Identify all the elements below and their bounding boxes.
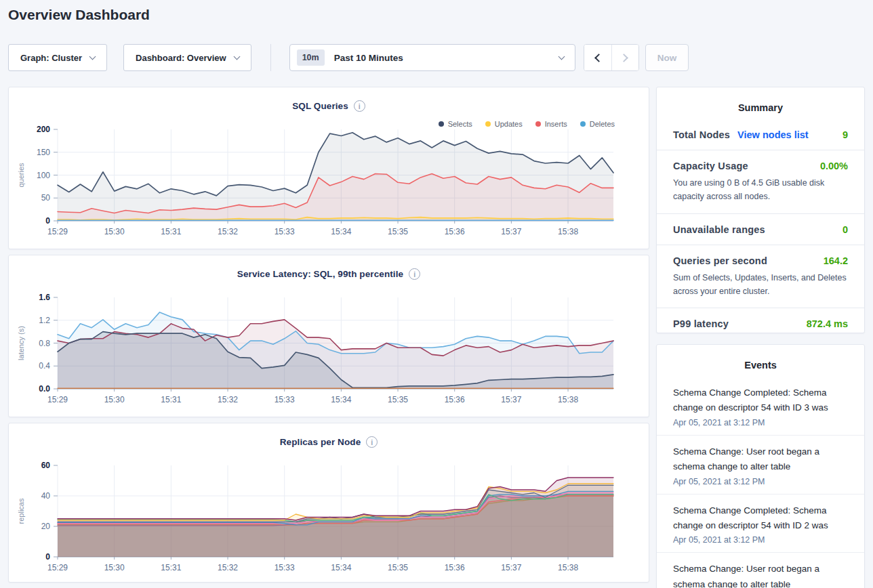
event-timestamp: Apr 05, 2021 at 3:12 PM: [673, 477, 848, 486]
svg-text:latency (s): latency (s): [17, 326, 25, 360]
summary-row-total-nodes: Total Nodes View nodes list 9: [657, 119, 864, 150]
dashboard-dropdown[interactable]: Dashboard: Overview: [123, 44, 251, 71]
svg-text:15:30: 15:30: [104, 227, 125, 236]
graph-dropdown[interactable]: Graph: Cluster: [8, 44, 107, 71]
legend-item-updates[interactable]: Updates: [485, 120, 523, 128]
legend-dot: [439, 121, 444, 127]
svg-text:0: 0: [45, 552, 50, 562]
summary-row-capacity: Capacity Usage 0.00% You are using 0 B o…: [657, 150, 864, 214]
svg-text:100: 100: [37, 171, 50, 180]
event-text: Schema Change Completed: Schema change o…: [673, 385, 848, 416]
summary-panel: Summary Total Nodes View nodes list 9 Ca…: [656, 87, 865, 333]
event-item[interactable]: Schema Change Completed: Schema change o…: [657, 377, 864, 435]
event-item[interactable]: Schema Change: User root began a schema …: [657, 552, 864, 588]
legend-item-selects[interactable]: Selects: [439, 120, 472, 128]
chart-title: SQL Queries: [292, 101, 348, 111]
legend-label: Updates: [495, 120, 523, 128]
event-timestamp: Apr 05, 2021 at 3:12 PM: [673, 535, 848, 545]
svg-text:0.0: 0.0: [39, 384, 50, 394]
event-text: Schema Change: User root began a schema …: [673, 562, 848, 588]
capacity-usage-description: You are using 0 B of 4.5 GiB usable disk…: [673, 176, 848, 204]
svg-text:15:34: 15:34: [331, 563, 351, 572]
legend-label: Selects: [448, 120, 472, 128]
chevron-down-icon: [89, 53, 96, 60]
now-button[interactable]: Now: [645, 44, 689, 71]
time-step-buttons: [584, 44, 639, 71]
dashboard-dropdown-label: Dashboard: Overview: [136, 53, 226, 63]
chart-panel-service-latency: Service Latency: SQL, 99th percentile i …: [8, 255, 649, 417]
svg-text:15:36: 15:36: [445, 227, 465, 236]
view-nodes-list-link[interactable]: View nodes list: [737, 129, 809, 140]
svg-text:15:36: 15:36: [445, 395, 465, 404]
svg-text:replicas: replicas: [17, 498, 25, 524]
qps-description: Sum of Selects, Updates, Inserts, and De…: [673, 271, 848, 299]
svg-text:15:29: 15:29: [47, 227, 68, 236]
svg-text:15:33: 15:33: [275, 227, 295, 236]
svg-text:15:31: 15:31: [161, 395, 181, 404]
unavailable-ranges-label: Unavailable ranges: [673, 224, 765, 235]
time-range-dropdown[interactable]: 10m Past 10 Minutes: [289, 44, 575, 71]
event-timestamp: Apr 05, 2021 at 3:12 PM: [673, 418, 848, 427]
svg-text:50: 50: [41, 193, 51, 203]
time-back-button[interactable]: [584, 45, 611, 70]
summary-row-p99: P99 latency 872.4 ms: [657, 308, 864, 339]
chart-header: Replicas per Node i: [9, 423, 649, 449]
legend-dot: [485, 121, 491, 127]
chevron-right-icon: [620, 54, 628, 62]
summary-row-unavailable-ranges: Unavailable ranges 0: [657, 214, 864, 245]
events-title: Events: [657, 345, 864, 377]
svg-text:40: 40: [41, 491, 51, 501]
time-forward-button[interactable]: [611, 45, 638, 70]
info-icon[interactable]: i: [366, 436, 378, 448]
legend-label: Deletes: [590, 120, 615, 128]
charts-column: SQL Queries i SelectsUpdatesInsertsDelet…: [8, 87, 649, 588]
replicas-per-node-chart[interactable]: 15:2915:3015:3115:3215:3315:3415:3515:36…: [9, 450, 649, 578]
svg-text:15:34: 15:34: [331, 395, 351, 404]
legend-item-inserts[interactable]: Inserts: [535, 120, 567, 128]
chevron-left-icon: [594, 54, 603, 62]
chart-panel-sql-queries: SQL Queries i SelectsUpdatesInsertsDelet…: [8, 87, 649, 249]
info-icon[interactable]: i: [409, 268, 420, 280]
svg-text:0.8: 0.8: [39, 339, 50, 348]
event-item[interactable]: Schema Change Completed: Schema change o…: [657, 494, 864, 553]
svg-text:15:35: 15:35: [388, 395, 408, 404]
svg-text:15:36: 15:36: [445, 563, 465, 572]
time-range-badge: 10m: [297, 49, 325, 66]
p99-latency-value: 872.4 ms: [807, 318, 848, 329]
svg-text:15:37: 15:37: [501, 563, 521, 572]
svg-text:15:32: 15:32: [218, 395, 238, 404]
sidebar: Summary Total Nodes View nodes list 9 Ca…: [656, 87, 865, 588]
toolbar: Graph: Cluster Dashboard: Overview 10m P…: [8, 44, 689, 71]
service-latency-chart[interactable]: 15:2915:3015:3115:3215:3315:3415:3515:36…: [9, 282, 649, 410]
chart-header: SQL Queries i: [9, 87, 649, 113]
unavailable-ranges-value: 0: [842, 224, 848, 235]
chart-panel-replicas-per-node: Replicas per Node i 15:2915:3015:3115:32…: [8, 423, 649, 583]
sql-queries-chart[interactable]: 15:2915:3015:3115:3215:3315:3415:3515:36…: [9, 114, 649, 242]
event-item[interactable]: Schema Change: User root began a schema …: [657, 435, 864, 494]
chart-title: Replicas per Node: [280, 437, 361, 447]
svg-text:15:31: 15:31: [161, 563, 181, 572]
capacity-usage-label: Capacity Usage: [673, 161, 748, 171]
summary-row-qps: Queries per second 164.2 Sum of Selects,…: [657, 245, 864, 309]
legend-label: Inserts: [545, 120, 567, 128]
svg-text:15:32: 15:32: [218, 563, 238, 572]
total-nodes-value: 9: [842, 129, 848, 140]
svg-text:15:31: 15:31: [161, 227, 181, 236]
legend-item-deletes[interactable]: Deletes: [580, 120, 615, 128]
svg-text:60: 60: [41, 461, 51, 470]
summary-title: Summary: [657, 87, 864, 119]
info-icon[interactable]: i: [354, 100, 365, 112]
page-title: Overview Dashboard: [8, 7, 150, 23]
svg-text:15:37: 15:37: [501, 227, 521, 236]
chart-header: Service Latency: SQL, 99th percentile i: [9, 255, 649, 281]
qps-label: Queries per second: [673, 255, 767, 266]
event-text: Schema Change: User root began a schema …: [673, 444, 848, 475]
svg-text:1.2: 1.2: [39, 316, 50, 325]
svg-text:1.6: 1.6: [39, 293, 50, 302]
svg-text:15:35: 15:35: [388, 563, 408, 572]
svg-text:15:29: 15:29: [47, 395, 68, 404]
chevron-down-icon: [233, 53, 240, 60]
total-nodes-label: Total Nodes: [673, 129, 730, 140]
svg-text:0: 0: [45, 216, 50, 226]
svg-text:150: 150: [37, 148, 50, 157]
